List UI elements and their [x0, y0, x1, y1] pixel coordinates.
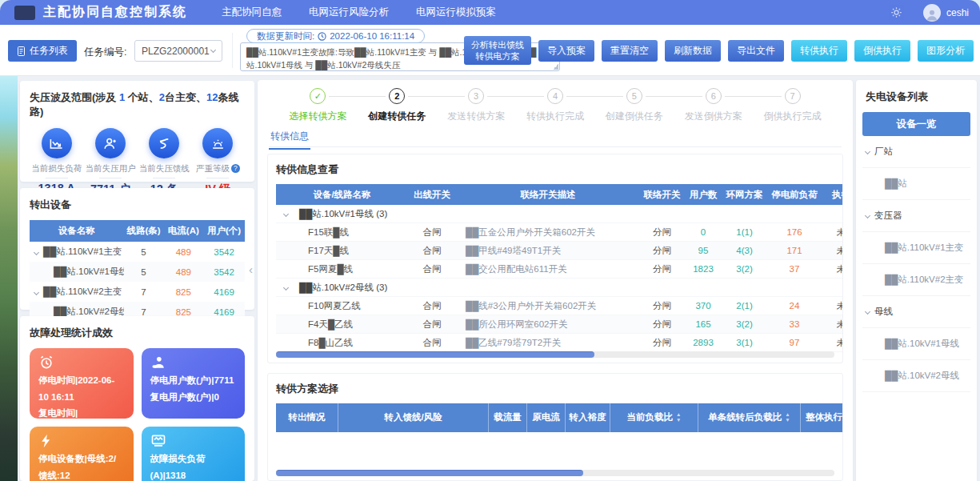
transfer-out-title: 转出设备: [30, 198, 245, 212]
step-create-transfer-task[interactable]: 2 创建转供任务: [358, 88, 437, 123]
step-create-backfeed-task[interactable]: 5 创建倒供任务: [594, 88, 674, 123]
plan-select-section: 转供方案选择 转出情况 转入馈线/风险 载流量 原电流 转入裕度 当前负载比 ▲…: [267, 373, 843, 481]
app-window: 主配协同自愈控制系统 主配协同自愈 电网运行风险分析 电网运行模拟预案 cesh…: [0, 0, 980, 481]
menu-item-risk-analysis[interactable]: 电网运行风险分析: [295, 0, 402, 25]
gear-icon[interactable]: [890, 6, 902, 18]
device-list-title: 失电设备列表: [866, 90, 970, 104]
export-file-button[interactable]: 导出文件: [728, 40, 784, 62]
transfer-info-title: 转供信息查看: [276, 162, 834, 177]
fault-stats-card: 故障处理统计成效 停电时间|2022-06-10 16:11 复电时间| 停电用: [20, 316, 254, 481]
tab-transfer-info[interactable]: 转供信息: [269, 130, 310, 150]
plan-select-title: 转供方案选择: [276, 382, 834, 396]
import-plan-button[interactable]: 导入预案: [538, 40, 594, 62]
outage-devices-card: 停电设备数|母线:2/馈线:12 复电设备数|母线:0/馈线:0: [30, 427, 134, 481]
restore-users-line: 复电用户数(户)|0: [150, 389, 237, 406]
table-row[interactable]: F15联█线 合闸 ██五金公用户外开关箱602开关 分闸 0 1(1) 176…: [276, 223, 843, 242]
graph-analysis-button[interactable]: 图形分析: [918, 40, 974, 62]
horizontal-scrollbar[interactable]: [276, 351, 834, 358]
step-send-backfeed-plan[interactable]: 6 发送倒供方案: [674, 88, 753, 123]
expand-caret-icon[interactable]: [34, 290, 39, 295]
tree-group-transformer[interactable]: 变压器: [862, 200, 970, 232]
backfeed-execute-button[interactable]: 倒供执行: [854, 40, 910, 62]
device-overview-header[interactable]: 设备一览: [862, 112, 970, 136]
table-row[interactable]: F17天█线 合闸 ██甲线#49塔49T1开关 分闸 95 4(3) 171 …: [276, 242, 843, 260]
menu-item-simulation-plan[interactable]: 电网运行模拟预案: [402, 0, 510, 25]
background-photo-strip: [0, 76, 18, 481]
tree-group-busbar[interactable]: 母线: [862, 296, 970, 328]
user-chip[interactable]: ceshi: [923, 4, 969, 22]
sort-icon[interactable]: ▲▼: [676, 412, 681, 423]
tree-item-busbar-1[interactable]: ██站.10kV#1母线: [862, 328, 970, 360]
transfer-info-table-header: 设备/线路名称 出线开关 联络开关描述 联络开关 用户数 环网方案 停电前负荷 …: [276, 184, 843, 205]
fault-stats-title: 故障处理统计成效: [30, 326, 245, 340]
outage-users-line: 停电用户数(户)|7711: [150, 372, 237, 389]
help-icon[interactable]: ?: [231, 164, 240, 173]
bolt-icon: [38, 433, 125, 449]
clock-icon: [318, 32, 326, 41]
transfer-out-table: 设备名称 线路(条) 电流(A) 用户(个) ██站.110kV#1主变 5 4…: [30, 220, 245, 322]
scrollbar-thumb[interactable]: [276, 351, 594, 358]
avatar: [923, 4, 941, 22]
reset-clear-button[interactable]: 重置清空: [602, 40, 658, 62]
transfer-execute-button[interactable]: 转供执行: [791, 40, 847, 62]
expand-caret-icon[interactable]: [283, 284, 289, 290]
lost-load-card: 故障损失负荷(A)|1318 故障恢复负荷(A)|0: [142, 427, 246, 481]
tree-group-station[interactable]: 厂站: [862, 136, 970, 168]
main-menu: 主配协同自愈 电网运行风险分析 电网运行模拟预案: [208, 0, 510, 25]
stat-outage-users: 当前失压用户 7711 户: [83, 128, 137, 197]
tree-item-transformer-2[interactable]: ██站.110kV#2主变: [862, 264, 970, 296]
impact-scope-card: 失压波及范围(涉及 1 个站、2台主变、12条线路) 当前损失负荷 1318 A: [20, 81, 254, 182]
sort-icon[interactable]: ▲▼: [785, 412, 790, 423]
stat-outage-feeders: 当前失压馈线 12 条: [138, 128, 191, 197]
document-icon: [17, 46, 26, 56]
table-row[interactable]: F5网夏█线 合闸 ██交公用配电站611开关 分闸 1823 3(2) 37 …: [276, 260, 843, 279]
restore-time-line: 复电时间|: [38, 405, 125, 419]
expand-caret-icon[interactable]: [865, 309, 870, 315]
table-row[interactable]: F4天█乙线 合闸 ██所公用环网室602开关 分闸 165 3(2) 33 未…: [276, 315, 843, 334]
horizontal-scrollbar[interactable]: [276, 470, 834, 476]
task-number-label: 任务编号:: [84, 46, 126, 59]
collapse-left-handle[interactable]: ‹: [249, 263, 253, 276]
task-number-select[interactable]: PLZG22000001: [134, 40, 222, 62]
alarm-clock-icon: [38, 355, 125, 371]
table-row[interactable]: F10网夏乙线 合闸 ██线#3公用户外开关箱602开关 分闸 370 2(1)…: [276, 297, 843, 315]
step-send-transfer-plan[interactable]: 3 发送转供方案: [437, 88, 516, 123]
analyze-transfer-plan-button[interactable]: 分析转出馈线转供电方案: [464, 36, 531, 65]
table-row[interactable]: F8█山乙线 合闸 ██乙线#79塔79T2开关 分闸 2893 3(1) 97…: [276, 334, 843, 352]
process-stepper: ✓ 选择转供方案 2 创建转供任务 3 发送转供方案 4 转供执行完成 5: [278, 88, 832, 123]
group-row[interactable]: ██站.10kV#1母线 (3): [276, 205, 843, 223]
group-row[interactable]: ██站.10kV#2母线 (3): [276, 279, 843, 297]
content: 失压波及范围(涉及 1 个站、2台主变、12条线路) 当前损失负荷 1318 A: [0, 76, 980, 481]
expand-caret-icon[interactable]: [865, 213, 870, 218]
step-backfeed-complete[interactable]: 7 倒供执行完成: [753, 88, 832, 123]
expand-caret-icon[interactable]: [865, 149, 870, 154]
task-list-button[interactable]: 任务列表: [8, 40, 77, 62]
menu-item-self-healing[interactable]: 主配协同自愈: [208, 0, 295, 25]
step-select-plan[interactable]: ✓ 选择转供方案: [278, 88, 358, 123]
user-name: ceshi: [946, 7, 969, 18]
left-panel: 失压波及范围(涉及 1 个站、2台主变、12条线路) 当前损失负荷 1318 A: [20, 81, 254, 481]
center-panel: ‹ › ✓ 选择转供方案 2 创建转供任务 3 发送转供方案 4 转供执行完成: [258, 80, 853, 481]
transfer-out-table-header: 设备名称 线路(条) 电流(A) 用户(个): [30, 220, 245, 242]
trend-down-icon: [42, 128, 72, 158]
outage-time-card: 停电时间|2022-06-10 16:11 复电时间|: [30, 348, 134, 419]
expand-caret-icon[interactable]: [34, 250, 39, 255]
table-row[interactable]: ██站.10kV#1母线 5 489 3542: [30, 262, 245, 282]
refresh-data-button[interactable]: 刷新数据: [665, 40, 721, 62]
table-row[interactable]: ██站.110kV#2主变 7 825 4169: [30, 282, 245, 302]
check-icon: ✓: [310, 88, 326, 104]
scrollbar-thumb[interactable]: [276, 470, 583, 476]
stat-severity: 严重等级? IV 级: [191, 128, 245, 197]
outage-time-line: 停电时间|2022-06-10 16:11: [38, 372, 125, 405]
data-update-time: 数据更新时间: 2022-06-10 16:11:14: [246, 29, 425, 43]
app-title: 主配协同自愈控制系统: [43, 4, 187, 21]
table-row[interactable]: ██站.110kV#1主变 5 489 3542: [30, 242, 245, 262]
transfer-info-section: 转供信息查看 设备/线路名称 出线开关 联络开关描述 联络开关 用户数 环网方案…: [267, 154, 843, 363]
outage-devices-line: 停电设备数|母线:2/馈线:12: [38, 451, 125, 481]
tree-item-station[interactable]: ██站: [862, 168, 970, 200]
expand-caret-icon[interactable]: [283, 210, 289, 216]
step-transfer-complete[interactable]: 4 转供执行完成: [516, 88, 595, 123]
tree-item-transformer-1[interactable]: ██站.110kV#1主变: [862, 232, 970, 264]
tree-item-busbar-2[interactable]: ██站.10kV#2母线: [862, 360, 970, 392]
transfer-info-table: 设备/线路名称 出线开关 联络开关描述 联络开关 用户数 环网方案 停电前负荷 …: [276, 184, 843, 352]
